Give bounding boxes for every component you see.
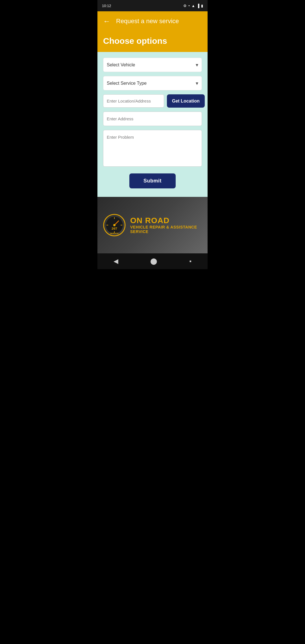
choose-options-header: Choose options xyxy=(97,31,208,52)
wifi-icon: ▲ xyxy=(191,4,195,8)
vehicle-select-wrapper: Select Vehicle ▾ xyxy=(103,58,202,72)
location-row: Get Location xyxy=(103,94,202,108)
get-location-button[interactable]: Get Location xyxy=(167,94,205,108)
submit-button-wrapper: Submit xyxy=(103,173,202,188)
dot-icon: • xyxy=(188,4,190,8)
svg-text:24/7: 24/7 xyxy=(112,227,117,230)
settings-icon: ⚙ xyxy=(183,4,187,8)
app-bar-title: Request a new service xyxy=(116,18,179,25)
banner-on-road-text: ON ROAD xyxy=(130,216,202,225)
status-bar: 10:12 ⚙ • ▲ ▐ ▮ xyxy=(97,0,208,11)
chevron-down-icon-2: ▾ xyxy=(196,80,198,86)
chevron-down-icon: ▾ xyxy=(196,62,198,68)
nav-recent-button[interactable]: ▪ xyxy=(184,255,197,268)
banner-content: 24/7 SERVICE ON ROAD VEHICLE REPAIR & AS… xyxy=(97,208,208,242)
signal-icon: ▐ xyxy=(197,4,199,8)
nav-home-button[interactable]: ⬤ xyxy=(145,255,163,268)
location-input[interactable] xyxy=(103,94,164,108)
status-time: 10:12 xyxy=(102,4,111,8)
app-bar: ← Request a new service xyxy=(97,11,208,31)
page-title: Choose options xyxy=(103,36,202,46)
submit-button[interactable]: Submit xyxy=(129,173,176,188)
vehicle-select[interactable]: Select Vehicle xyxy=(107,59,196,71)
address-input[interactable] xyxy=(103,112,202,126)
banner-text-block: ON ROAD VEHICLE REPAIR & ASSISTANCE SERV… xyxy=(130,216,202,234)
nav-back-button[interactable]: ◀ xyxy=(108,255,124,268)
service-type-select[interactable]: Select Service Type xyxy=(107,77,196,89)
svg-point-7 xyxy=(113,224,116,226)
svg-text:SERVICE: SERVICE xyxy=(110,232,119,234)
brand-logo: 24/7 SERVICE xyxy=(103,214,126,236)
back-button[interactable]: ← xyxy=(102,16,112,26)
banner-subtitle-text: VEHICLE REPAIR & ASSISTANCE SERVICE xyxy=(130,225,202,234)
status-bar-left: 10:12 xyxy=(102,4,111,8)
promo-banner: 24/7 SERVICE ON ROAD VEHICLE REPAIR & AS… xyxy=(97,197,208,253)
nav-bar: ◀ ⬤ ▪ xyxy=(97,253,208,269)
service-type-select-wrapper: Select Service Type ▾ xyxy=(103,76,202,90)
form-container: Select Vehicle ▾ Select Service Type ▾ G… xyxy=(97,52,208,197)
status-bar-right: ⚙ • ▲ ▐ ▮ xyxy=(183,4,203,8)
problem-textarea[interactable] xyxy=(103,130,202,167)
battery-icon: ▮ xyxy=(201,4,203,8)
